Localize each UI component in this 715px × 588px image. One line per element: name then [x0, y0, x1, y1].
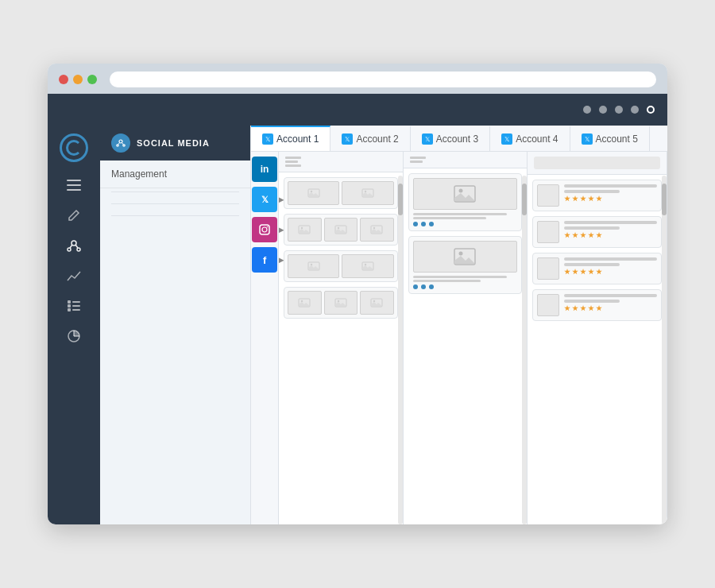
header-line: [410, 157, 426, 159]
image-placeholder: [324, 291, 358, 315]
star: [580, 305, 586, 311]
tab-account-2[interactable]: 𝕏 Account 2: [330, 126, 410, 151]
scroll-bar-1[interactable]: [398, 176, 403, 524]
star: [588, 305, 594, 311]
instagram-tab[interactable]: ▶: [252, 217, 277, 242]
article-icons-1: [413, 222, 517, 226]
icon-dot: [413, 222, 418, 226]
tab-account-5[interactable]: 𝕏 Account 5: [570, 126, 650, 151]
sidebar-icon-social[interactable]: [58, 232, 90, 259]
management-menu-item[interactable]: Management: [100, 161, 250, 188]
divider-1: [111, 191, 239, 192]
sidebar-icon-pie[interactable]: [58, 323, 90, 350]
svg-point-23: [262, 227, 267, 232]
main-area: SOCIAL MEDIA Management 𝕏 Account 1: [100, 126, 667, 524]
minimize-button[interactable]: [73, 75, 83, 84]
list-thumb-1: [537, 184, 559, 207]
icon-dot: [421, 222, 426, 226]
nav-dot-1[interactable]: [583, 106, 591, 114]
sidebar-icon-chart[interactable]: [58, 262, 90, 289]
tab-account-1[interactable]: 𝕏 Account 1: [251, 126, 330, 151]
left-panel-title: SOCIAL MEDIA: [137, 138, 210, 148]
svg-point-17: [119, 140, 122, 143]
svg-rect-12: [68, 308, 71, 311]
svg-point-24: [267, 226, 269, 228]
svg-point-34: [373, 227, 375, 229]
text-line: [564, 190, 620, 193]
content-panel: 𝕏 Account 1 𝕏 Account 2 𝕏 Account 3 𝕏 Ac…: [251, 126, 667, 524]
sidebar-icon-menu[interactable]: [58, 172, 90, 199]
svg-rect-13: [72, 309, 80, 311]
svg-point-30: [301, 227, 303, 229]
scroll-bar-3[interactable]: [662, 176, 667, 524]
list-card-2: [532, 216, 662, 248]
sidebar: [48, 126, 100, 524]
twitter-tab[interactable]: 𝕏 ▶: [252, 187, 277, 212]
header-line: [285, 161, 298, 163]
svg-point-18: [117, 145, 118, 146]
account-2-label: Account 2: [356, 133, 398, 145]
star: [596, 195, 602, 202]
svg-point-19: [123, 145, 125, 146]
scroll-thumb-1[interactable]: [398, 184, 403, 215]
article-image-2: [413, 241, 517, 273]
header-line: [285, 157, 301, 159]
post-images-1: [288, 181, 393, 205]
article-lines-1: [413, 213, 517, 219]
address-bar[interactable]: [110, 72, 656, 87]
tab-account-4[interactable]: 𝕏 Account 4: [490, 126, 570, 151]
list-text-2: [564, 221, 657, 238]
star: [588, 195, 594, 202]
social-icon: [111, 133, 130, 153]
list-thumb-3: [537, 257, 559, 280]
search-bar[interactable]: [534, 157, 660, 169]
facebook-tab[interactable]: f ▶: [252, 247, 277, 273]
list-thumb-2: [537, 221, 559, 243]
nav-dot-3[interactable]: [615, 106, 623, 114]
twitter-icon-2: 𝕏: [342, 133, 353, 145]
list-thumb-4: [537, 294, 559, 316]
stars-3: [564, 269, 657, 275]
tab-account-3[interactable]: 𝕏 Account 3: [411, 126, 490, 151]
sidebar-icon-list[interactable]: [58, 292, 90, 319]
svg-rect-1: [67, 184, 81, 186]
header-line: [410, 161, 423, 163]
svg-point-26: [311, 191, 312, 192]
icon-dot: [413, 284, 418, 289]
article-line: [413, 217, 486, 219]
maximize-button[interactable]: [87, 75, 97, 84]
icon-dot: [429, 222, 434, 226]
star: [588, 269, 594, 275]
scroll-bar-2[interactable]: [522, 176, 527, 524]
star: [588, 232, 594, 238]
image-placeholder: [288, 254, 339, 278]
scroll-thumb-2[interactable]: [522, 184, 527, 215]
logo[interactable]: [60, 133, 88, 162]
browser-chrome: [48, 64, 667, 94]
svg-line-20: [118, 143, 120, 145]
nav-dot-active[interactable]: [647, 106, 655, 114]
feed-col3-header: [528, 152, 667, 175]
star: [580, 195, 586, 202]
nav-dot-2[interactable]: [599, 106, 607, 114]
sidebar-icon-edit[interactable]: [58, 202, 90, 229]
account-3-label: Account 3: [436, 133, 478, 145]
svg-point-5: [77, 248, 80, 251]
article-card-2: [408, 236, 522, 294]
star: [564, 269, 570, 275]
scroll-thumb-3[interactable]: [662, 184, 667, 215]
article-line: [413, 280, 481, 282]
star: [564, 195, 570, 202]
divider-3: [111, 215, 239, 216]
list-card-3: [532, 253, 662, 284]
list-text-3: [564, 257, 657, 275]
list-text-4: [564, 294, 657, 311]
svg-line-7: [75, 245, 78, 248]
account-tabs: 𝕏 Account 1 𝕏 Account 2 𝕏 Account 3 𝕏 Ac…: [251, 126, 667, 152]
post-card-4: [284, 287, 397, 319]
star: [572, 269, 578, 275]
nav-dot-4[interactable]: [631, 106, 639, 114]
svg-rect-0: [67, 180, 81, 181]
linkedin-tab[interactable]: in ▶: [252, 157, 277, 182]
close-button[interactable]: [59, 75, 68, 84]
